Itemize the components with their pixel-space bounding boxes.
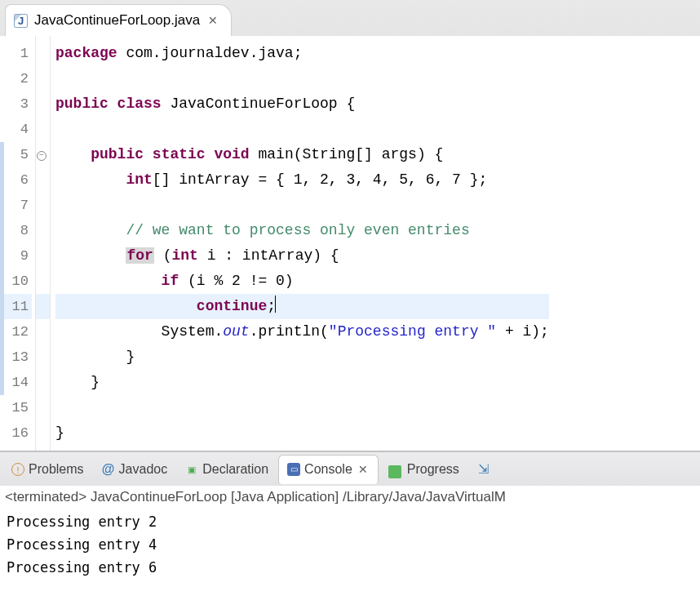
change-marker — [0, 269, 4, 294]
console-line: Processing entry 6 — [7, 556, 693, 579]
fold-cell — [36, 294, 50, 319]
change-marker — [0, 370, 4, 395]
fold-cell — [36, 91, 50, 117]
tab-progress[interactable]: Progress — [380, 457, 467, 482]
change-marker — [0, 243, 4, 269]
fold-cell — [36, 41, 50, 66]
editor-tab-active[interactable]: J JavaContinueForLoop.java ✕ — [5, 4, 232, 36]
close-icon[interactable]: ✕ — [357, 463, 370, 476]
line-number: 12 — [0, 319, 32, 345]
declaration-icon: ▣ — [185, 463, 198, 476]
change-marker — [0, 193, 4, 218]
fold-cell — [36, 243, 50, 269]
console-line: Processing entry 4 — [7, 533, 693, 556]
console-line: Processing entry 2 — [7, 510, 693, 533]
editor-tab-bar: J JavaContinueForLoop.java ✕ — [0, 0, 700, 36]
text-cursor — [275, 296, 276, 313]
console-output[interactable]: Processing entry 2 Processing entry 4 Pr… — [0, 509, 700, 580]
bottom-view-tabs: ! Problems @ Javadoc ▣ Declaration ▭ Con… — [0, 451, 700, 486]
java-file-icon: J — [14, 14, 28, 28]
line-number: 3 — [0, 91, 32, 117]
fold-cell — [36, 269, 50, 294]
tab-problems[interactable]: ! Problems — [3, 457, 92, 482]
line-number: 6 — [0, 167, 32, 193]
tab-declaration[interactable]: ▣ Declaration — [177, 457, 277, 482]
progress-icon — [388, 465, 397, 473]
pin-icon: ⇲ — [477, 463, 490, 476]
code-content[interactable]: package com.journaldev.java; public clas… — [51, 36, 549, 451]
tab-javadoc[interactable]: @ Javadoc — [94, 457, 176, 482]
fold-cell — [36, 218, 50, 243]
fold-cell — [36, 193, 50, 218]
fold-cell — [36, 117, 50, 142]
fold-cell: − — [36, 142, 50, 167]
fold-toggle-icon[interactable]: − — [37, 151, 47, 161]
close-icon[interactable]: ✕ — [206, 14, 219, 27]
tab-console[interactable]: ▭ Console ✕ — [278, 455, 379, 484]
line-number: 9 — [0, 243, 32, 269]
fold-cell — [36, 345, 50, 370]
gutter: 12345678910111213141516 − — [0, 36, 51, 451]
javadoc-icon: @ — [102, 463, 115, 476]
line-number: 4 — [0, 117, 32, 142]
console-status: <terminated> JavaContinueForLoop [Java A… — [0, 486, 700, 509]
fold-cell — [36, 370, 50, 395]
change-marker — [0, 142, 4, 167]
line-number: 8 — [0, 218, 32, 243]
change-marker — [0, 345, 4, 370]
current-line: continue; — [55, 294, 549, 319]
change-marker — [0, 167, 4, 193]
console-icon: ▭ — [287, 463, 300, 476]
fold-cell — [36, 167, 50, 193]
pin-button[interactable]: ⇲ — [469, 458, 498, 481]
problems-icon: ! — [11, 463, 24, 476]
tab-filename: JavaContinueForLoop.java — [34, 12, 200, 29]
fold-cell — [36, 420, 50, 446]
change-marker — [0, 319, 4, 345]
line-number: 10 — [0, 269, 32, 294]
fold-cell — [36, 66, 50, 91]
for-keyword: for — [126, 247, 153, 264]
change-marker — [0, 294, 4, 319]
code-editor[interactable]: 12345678910111213141516 − package com.jo… — [0, 36, 700, 451]
line-number: 13 — [0, 345, 32, 370]
line-number: 7 — [0, 193, 32, 218]
line-number: 5 — [0, 142, 32, 167]
line-number: 14 — [0, 370, 32, 395]
fold-cell — [36, 395, 50, 420]
line-number: 11 — [0, 294, 32, 319]
line-number: 1 — [0, 41, 32, 66]
change-marker — [0, 218, 4, 243]
line-number: 15 — [0, 395, 32, 420]
line-number: 16 — [0, 420, 32, 446]
line-number: 2 — [0, 66, 32, 91]
fold-cell — [36, 319, 50, 345]
